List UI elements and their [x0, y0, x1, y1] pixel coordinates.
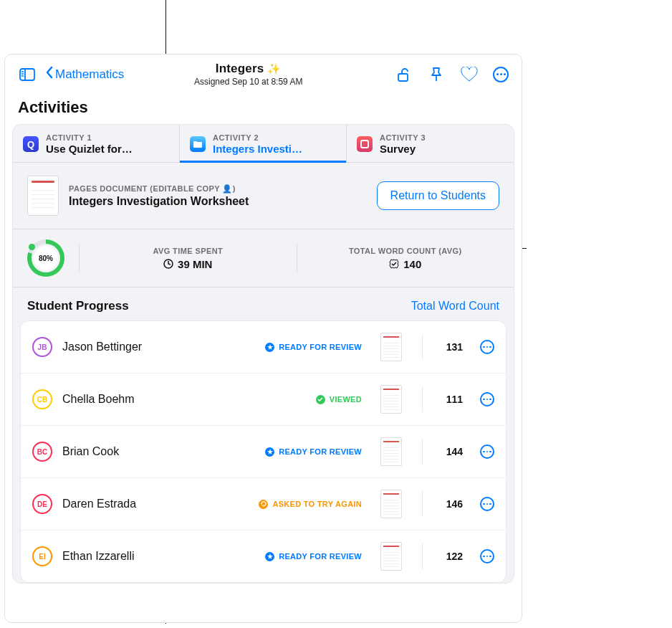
- student-avatar: BC: [32, 442, 52, 462]
- quizlet-app-icon: [23, 136, 39, 152]
- return-to-students-button[interactable]: Return to Students: [377, 181, 499, 210]
- student-row[interactable]: BCBrian CookREADY FOR REVIEW144: [21, 426, 506, 478]
- status-text: VIEWED: [330, 395, 362, 404]
- top-bar: Mathematics Integers ✨ Assigned Sep 10 a…: [5, 54, 522, 94]
- header-actions: [394, 65, 509, 84]
- stat-word-count: TOTAL WORD COUNT (AVG) 140: [312, 247, 500, 270]
- student-progress-header: Student Progress Total Word Count: [13, 287, 514, 320]
- sidebar-toggle-icon[interactable]: [18, 65, 37, 84]
- divider: [422, 386, 423, 412]
- svg-marker-9: [267, 344, 273, 350]
- title-block: Integers ✨ Assigned Sep 10 at 8:59 AM: [110, 62, 387, 87]
- student-row[interactable]: CBChella BoehmVIEWED111: [21, 374, 506, 426]
- status-badge: VIEWED: [316, 395, 362, 404]
- divider: [422, 491, 423, 517]
- svg-marker-10: [267, 449, 273, 455]
- stat-avg-time: AVG TIME SPENT 39 MIN: [94, 247, 282, 270]
- divider: [422, 334, 423, 360]
- stat-value: 140: [403, 258, 421, 270]
- student-progress-title: Student Progress: [27, 299, 129, 313]
- submission-thumbnail[interactable]: [380, 385, 402, 414]
- tab-label: Use Quizlet for…: [46, 143, 133, 155]
- word-count: 111: [443, 394, 463, 405]
- progress-ring: 80%: [27, 239, 64, 277]
- status-icon: [259, 500, 268, 509]
- student-name: Ethan Izzarelli: [62, 550, 135, 563]
- tab-activity-2[interactable]: ACTIVITY 2 Integers Investi…: [180, 125, 347, 162]
- status-text: READY FOR REVIEW: [279, 343, 362, 351]
- badge-icon: [389, 259, 399, 269]
- word-count: 122: [443, 551, 463, 562]
- submission-thumbnail[interactable]: [380, 437, 402, 466]
- student-name: Jason Bettinger: [62, 341, 142, 353]
- student-avatar: DE: [32, 494, 52, 514]
- tab-tag: ACTIVITY 1: [46, 133, 133, 142]
- activities-heading: Activities: [5, 94, 522, 124]
- divider: [297, 244, 297, 272]
- row-more-icon[interactable]: [480, 497, 494, 511]
- status-badge: READY FOR REVIEW: [265, 552, 362, 561]
- row-more-icon[interactable]: [480, 444, 494, 459]
- student-row[interactable]: DEDaren EstradaASKED TO TRY AGAIN146: [21, 478, 506, 531]
- more-icon[interactable]: [493, 67, 509, 82]
- favorite-icon[interactable]: [460, 65, 479, 84]
- document-name: Integers Investigation Worksheet: [69, 195, 249, 208]
- tab-tag: ACTIVITY 3: [380, 133, 426, 142]
- tab-activity-1[interactable]: ACTIVITY 1 Use Quizlet for…: [13, 125, 180, 162]
- student-name: Daren Estrada: [62, 498, 136, 510]
- row-more-icon[interactable]: [480, 392, 494, 406]
- status-badge: READY FOR REVIEW: [265, 447, 362, 457]
- status-icon: [265, 447, 274, 457]
- student-avatar: CB: [32, 389, 52, 409]
- stat-value: 39 MIN: [178, 258, 212, 270]
- student-avatar: EI: [32, 546, 52, 566]
- divider: [422, 439, 423, 465]
- document-thumbnail[interactable]: [27, 176, 59, 216]
- stats-bar: 80% AVG TIME SPENT 39 MIN TOTAL WORD COU…: [13, 229, 514, 287]
- submission-thumbnail[interactable]: [380, 542, 402, 571]
- status-badge: ASKED TO TRY AGAIN: [259, 500, 362, 509]
- document-caption: PAGES DOCUMENT (EDITABLE COPY 👤): [69, 184, 249, 194]
- status-badge: READY FOR REVIEW: [265, 343, 362, 352]
- tab-activity-3[interactable]: ACTIVITY 3 Survey: [347, 125, 514, 162]
- row-more-icon[interactable]: [480, 340, 494, 354]
- student-name: Brian Cook: [62, 445, 119, 458]
- word-count: 146: [443, 498, 463, 510]
- page-title: Integers ✨: [110, 62, 387, 76]
- student-avatar: JB: [32, 337, 52, 357]
- word-count: 131: [443, 341, 463, 353]
- files-app-icon: [190, 136, 206, 152]
- divider: [422, 543, 423, 569]
- status-icon: [265, 343, 274, 352]
- chevron-left-icon: [44, 65, 55, 83]
- lock-icon[interactable]: [394, 65, 413, 84]
- document-bar: PAGES DOCUMENT (EDITABLE COPY 👤) Integer…: [13, 163, 514, 229]
- status-text: READY FOR REVIEW: [279, 552, 362, 561]
- svg-rect-5: [398, 74, 408, 81]
- sparkle-icon: ✨: [267, 62, 281, 75]
- student-name: Chella Boehm: [62, 393, 135, 406]
- activity-tabs: ACTIVITY 1 Use Quizlet for… ACTIVITY 2 I…: [13, 125, 514, 163]
- app-window: Mathematics Integers ✨ Assigned Sep 10 a…: [4, 54, 522, 623]
- progress-percent: 80%: [34, 246, 58, 270]
- pin-icon[interactable]: [427, 65, 446, 84]
- clock-icon: [163, 259, 173, 269]
- divider: [79, 244, 80, 272]
- status-icon: [316, 395, 325, 404]
- submission-thumbnail[interactable]: [380, 333, 402, 361]
- page-subtitle: Assigned Sep 10 at 8:59 AM: [110, 77, 387, 87]
- submission-thumbnail[interactable]: [380, 490, 402, 518]
- status-text: READY FOR REVIEW: [279, 447, 362, 456]
- status-icon: [265, 552, 274, 561]
- student-row[interactable]: JBJason BettingerREADY FOR REVIEW131: [21, 321, 506, 374]
- tab-label: Survey: [380, 143, 426, 155]
- activities-card: ACTIVITY 1 Use Quizlet for… ACTIVITY 2 I…: [12, 124, 514, 584]
- student-row[interactable]: EIEthan IzzarelliREADY FOR REVIEW122: [21, 531, 506, 582]
- status-text: ASKED TO TRY AGAIN: [272, 500, 362, 508]
- svg-rect-0: [20, 69, 34, 80]
- row-more-icon[interactable]: [480, 549, 494, 563]
- stat-label: TOTAL WORD COUNT (AVG): [349, 247, 462, 255]
- tab-label: Integers Investi…: [213, 143, 302, 155]
- student-list: JBJason BettingerREADY FOR REVIEW131CBCh…: [20, 320, 507, 583]
- total-word-count-link[interactable]: Total Word Count: [411, 300, 499, 313]
